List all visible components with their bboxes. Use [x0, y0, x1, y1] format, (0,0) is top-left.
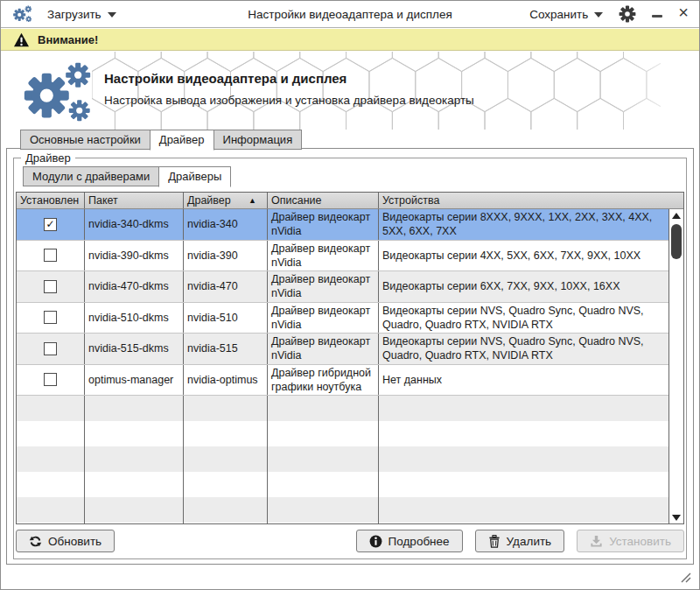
empty-table-row: [17, 472, 668, 497]
scrollbar-thumb[interactable]: [671, 224, 682, 259]
install-label: Установить: [609, 535, 671, 548]
empty-cell: [268, 421, 379, 446]
page-subtitle: Настройка вывода изображения и установка…: [104, 94, 474, 107]
page-header: Настройки видеоадаптера и дисплея Настро…: [1, 52, 699, 130]
tab-driver[interactable]: Драйвер: [150, 130, 214, 151]
table-row[interactable]: nvidia-515-dkmsnvidia-515Драйвер видеока…: [17, 334, 668, 365]
empty-table-row: [17, 497, 668, 523]
refresh-button[interactable]: Обновить: [16, 530, 115, 552]
table-row[interactable]: ✓nvidia-340-dkmsnvidia-340Драйвер видеок…: [17, 209, 668, 241]
status-bar: [1, 566, 699, 589]
empty-cell: [17, 396, 85, 421]
table-row[interactable]: nvidia-510-dkmsnvidia-510Драйвер видеока…: [17, 303, 668, 334]
install-button[interactable]: Установить: [577, 530, 684, 552]
cell-devices: Видеокарты серии 6XX, 7XX, 9XX, 10XX, 16…: [379, 271, 668, 302]
load-menu-label: Загрузить: [47, 8, 102, 21]
load-menu-button[interactable]: Загрузить: [47, 8, 116, 21]
empty-cell: [379, 396, 668, 421]
empty-cell: [379, 497, 668, 523]
empty-cell: [17, 446, 85, 472]
cell-description: Драйвер видеокарт nVidia: [268, 241, 379, 271]
cell-devices: Видеокарты серии NVS, Quadro Sync, Quadr…: [379, 303, 668, 334]
cell-installed: [17, 271, 85, 302]
cell-description: Драйвер видеокарт nVidia: [268, 271, 379, 302]
empty-table-row: [17, 446, 668, 472]
delete-button[interactable]: Удалить: [475, 530, 565, 552]
column-header-driver[interactable]: Драйвер▲: [184, 193, 268, 208]
cell-package: nvidia-340-dkms: [85, 209, 184, 240]
empty-cell: [85, 446, 184, 472]
cell-driver: nvidia-optimus: [184, 365, 268, 396]
empty-cell: [379, 472, 668, 497]
warning-text: Внимание!: [38, 33, 98, 46]
empty-cell: [85, 472, 184, 497]
main-tabs: Основные настройки Драйвер Информация: [20, 130, 301, 151]
tab-main-settings[interactable]: Основные настройки: [20, 130, 150, 150]
warning-triangle-icon: [13, 32, 30, 47]
cell-package: nvidia-510-dkms: [85, 303, 184, 334]
driver-groupbox: Драйвер Модули с драйверами Драйверы Уст…: [13, 151, 687, 559]
save-menu-button[interactable]: Сохранить: [529, 8, 603, 21]
sort-asc-icon: ▲: [248, 196, 263, 205]
empty-cell: [379, 523, 668, 523]
cell-driver: nvidia-515: [184, 334, 268, 364]
triangle-up-icon: [672, 213, 681, 219]
cell-package: nvidia-470-dkms: [85, 271, 184, 302]
scroll-down-button[interactable]: [669, 511, 683, 523]
cell-driver: nvidia-470: [184, 271, 268, 302]
table-row[interactable]: nvidia-390-dkmsnvidia-390Драйвер видеока…: [17, 241, 668, 272]
cell-devices: Видеокарты серии 4XX, 5XX, 6XX, 7XX, 9XX…: [379, 241, 668, 271]
empty-cell: [268, 497, 379, 523]
empty-cell: [379, 421, 668, 446]
empty-cell: [379, 446, 668, 472]
settings-gear-icon[interactable]: [619, 5, 636, 23]
table-row[interactable]: optimus-managernvidia-optimusДрайвер гиб…: [17, 365, 668, 397]
column-header-package[interactable]: Пакет: [85, 193, 184, 208]
empty-cell: [184, 396, 268, 421]
close-button[interactable]: ×: [678, 6, 689, 18]
installed-checkbox[interactable]: [44, 249, 57, 262]
table-row[interactable]: nvidia-470-dkmsnvidia-470Драйвер видеока…: [17, 271, 668, 303]
resize-grip[interactable]: [681, 572, 691, 583]
details-button[interactable]: Подробнее: [356, 530, 463, 552]
tab-drivers[interactable]: Драйверы: [158, 166, 231, 187]
installed-checkbox[interactable]: [44, 373, 57, 386]
empty-table-row: [17, 396, 668, 421]
installed-checkbox[interactable]: ✓: [44, 218, 57, 231]
cell-installed: [17, 303, 85, 334]
empty-cell: [17, 523, 85, 523]
cell-installed: [17, 334, 85, 364]
empty-table-row: [17, 523, 668, 523]
empty-cell: [85, 421, 184, 446]
column-header-devices[interactable]: Устройства: [379, 193, 683, 208]
installed-checkbox[interactable]: [44, 311, 57, 324]
installed-checkbox[interactable]: [44, 280, 57, 293]
vertical-scrollbar[interactable]: [668, 209, 683, 523]
column-header-description[interactable]: Описание: [268, 193, 379, 208]
hexagon-fade: [620, 52, 699, 130]
tab-information[interactable]: Информация: [214, 130, 303, 150]
empty-cell: [85, 396, 184, 421]
empty-cell: [268, 396, 379, 421]
column-header-installed[interactable]: Установлен: [17, 193, 85, 208]
info-icon: [369, 535, 382, 548]
installed-checkbox[interactable]: [44, 342, 57, 355]
cell-package: nvidia-515-dkms: [85, 334, 184, 364]
cell-devices: Видеокарты серии 8XXX, 9XXX, 1XX, 2XX, 3…: [379, 209, 668, 240]
hexagon-pattern: [92, 52, 661, 130]
empty-cell: [184, 446, 268, 472]
cell-description: Драйвер видеокарт nVidia: [268, 303, 379, 334]
cell-installed: [17, 241, 85, 271]
triangle-down-icon: [672, 515, 681, 521]
delete-label: Удалить: [507, 535, 552, 548]
minimize-button[interactable]: [652, 15, 662, 18]
driver-groupbox-legend: Драйвер: [21, 151, 75, 165]
empty-table-row: [17, 421, 668, 446]
warning-banner: Внимание!: [1, 29, 699, 51]
cell-installed: ✓: [17, 209, 85, 240]
empty-cell: [268, 523, 379, 523]
cell-package: nvidia-390-dkms: [85, 241, 184, 271]
empty-cell: [184, 497, 268, 523]
scroll-up-button[interactable]: [669, 209, 683, 221]
tab-driver-modules[interactable]: Модули с драйверами: [23, 166, 159, 186]
